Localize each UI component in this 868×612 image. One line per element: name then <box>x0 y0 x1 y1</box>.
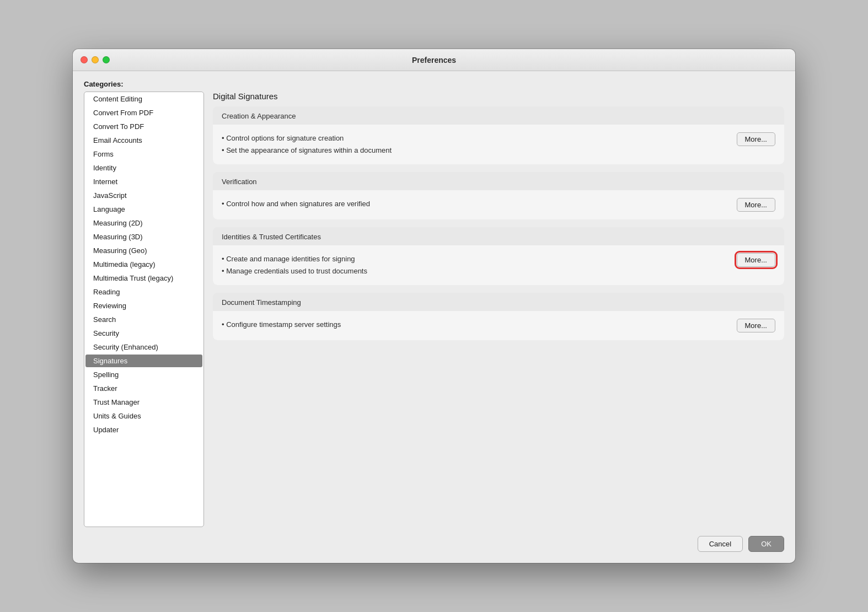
minimize-button[interactable] <box>92 56 99 63</box>
sections-container: Creation & AppearanceControl options for… <box>213 106 784 348</box>
main-content: Content EditingConvert From PDFConvert T… <box>84 92 784 527</box>
bullet1-verification: Control how and when signatures are veri… <box>222 198 370 210</box>
more-button-identities-trusted-certs[interactable]: More... <box>737 253 775 267</box>
preferences-window: Preferences Categories: Content EditingC… <box>73 49 795 563</box>
sidebar-item-reviewing[interactable]: Reviewing <box>84 299 203 313</box>
close-button[interactable] <box>81 56 88 63</box>
categories-label: Categories: <box>84 80 784 88</box>
window-title: Preferences <box>412 56 456 65</box>
bullet1-creation-appearance: Control options for signature creation <box>222 132 392 144</box>
sidebar-item-measuring-2d[interactable]: Measuring (2D) <box>84 216 203 230</box>
sidebar-item-identity[interactable]: Identity <box>84 161 203 175</box>
more-button-verification[interactable]: More... <box>737 198 775 212</box>
section-header-identities-trusted-certs: Identities & Trusted Certificates <box>213 227 784 245</box>
ok-button[interactable]: OK <box>748 536 784 552</box>
bottom-bar: Cancel OK <box>84 534 784 552</box>
sidebar-item-updater[interactable]: Updater <box>84 423 203 437</box>
right-panel: Digital Signatures Creation & Appearance… <box>213 92 784 527</box>
section-header-verification: Verification <box>213 172 784 190</box>
sidebar-item-units-guides[interactable]: Units & Guides <box>84 409 203 423</box>
sidebar-item-javascript[interactable]: JavaScript <box>84 189 203 202</box>
cancel-button[interactable]: Cancel <box>698 536 743 552</box>
section-creation-appearance: Creation & AppearanceControl options for… <box>213 106 784 164</box>
sidebar-item-search[interactable]: Search <box>84 313 203 326</box>
title-bar: Preferences <box>73 49 795 71</box>
section-body-verification: Control how and when signatures are veri… <box>213 190 784 219</box>
sidebar[interactable]: Content EditingConvert From PDFConvert T… <box>84 92 204 527</box>
section-desc-verification: Control how and when signatures are veri… <box>222 198 370 210</box>
sidebar-item-spelling[interactable]: Spelling <box>84 368 203 382</box>
section-desc-document-timestamping: Configure timestamp server settings <box>222 319 341 331</box>
sidebar-item-measuring-geo[interactable]: Measuring (Geo) <box>84 244 203 257</box>
sidebar-item-language[interactable]: Language <box>84 202 203 216</box>
section-desc-creation-appearance: Control options for signature creationSe… <box>222 132 392 157</box>
section-body-document-timestamping: Configure timestamp server settingsMore.… <box>213 311 784 340</box>
sidebar-item-security-enhanced[interactable]: Security (Enhanced) <box>84 340 203 354</box>
more-button-document-timestamping[interactable]: More... <box>737 319 775 332</box>
sidebar-item-multimedia-legacy[interactable]: Multimedia (legacy) <box>84 257 203 271</box>
section-body-creation-appearance: Control options for signature creationSe… <box>213 125 784 164</box>
sidebar-item-tracker[interactable]: Tracker <box>84 382 203 395</box>
sidebar-item-security[interactable]: Security <box>84 326 203 340</box>
section-body-identities-trusted-certs: Create and manage identities for signing… <box>213 245 784 285</box>
section-header-document-timestamping: Document Timestamping <box>213 293 784 311</box>
section-verification: VerificationControl how and when signatu… <box>213 172 784 219</box>
sidebar-item-reading[interactable]: Reading <box>84 285 203 299</box>
maximize-button[interactable] <box>103 56 110 63</box>
sidebar-item-measuring-3d[interactable]: Measuring (3D) <box>84 230 203 244</box>
sidebar-item-trust-manager[interactable]: Trust Manager <box>84 395 203 409</box>
sidebar-item-convert-from-pdf[interactable]: Convert From PDF <box>84 106 203 120</box>
section-identities-trusted-certs: Identities & Trusted CertificatesCreate … <box>213 227 784 285</box>
sidebar-item-convert-to-pdf[interactable]: Convert To PDF <box>84 120 203 133</box>
section-header-creation-appearance: Creation & Appearance <box>213 106 784 125</box>
bullet2-identities-trusted-certs: Manage credentials used to trust documen… <box>222 265 367 277</box>
window-body: Categories: Content EditingConvert From … <box>73 71 795 563</box>
more-button-creation-appearance[interactable]: More... <box>737 132 775 146</box>
sidebar-item-multimedia-trust-legacy[interactable]: Multimedia Trust (legacy) <box>84 271 203 285</box>
sidebar-item-forms[interactable]: Forms <box>84 147 203 161</box>
sidebar-item-content-editing[interactable]: Content Editing <box>84 92 203 106</box>
sidebar-item-internet[interactable]: Internet <box>84 175 203 189</box>
bullet1-identities-trusted-certs: Create and manage identities for signing <box>222 253 367 265</box>
window-controls <box>81 56 110 63</box>
section-desc-identities-trusted-certs: Create and manage identities for signing… <box>222 253 367 277</box>
panel-title: Digital Signatures <box>213 92 784 101</box>
section-document-timestamping: Document TimestampingConfigure timestamp… <box>213 293 784 340</box>
bullet1-document-timestamping: Configure timestamp server settings <box>222 319 341 331</box>
sidebar-item-email-accounts[interactable]: Email Accounts <box>84 133 203 147</box>
sidebar-item-signatures[interactable]: Signatures <box>85 355 202 367</box>
bullet2-creation-appearance: Set the appearance of signatures within … <box>222 144 392 157</box>
